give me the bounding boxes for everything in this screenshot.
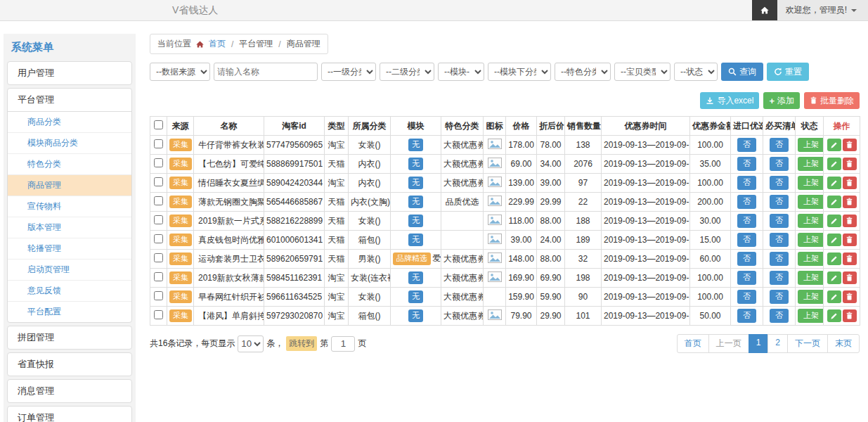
status-button[interactable]: 上架 (798, 309, 824, 322)
delete-button[interactable] (843, 271, 857, 284)
add-button[interactable]: + 添加 (763, 92, 800, 109)
select-all-checkbox[interactable] (154, 120, 163, 129)
filter-select[interactable]: --二级分类-- (380, 63, 434, 81)
row-checkbox[interactable] (154, 310, 163, 319)
filter-select[interactable]: --数据来源-- (150, 63, 210, 81)
row-checkbox[interactable] (154, 158, 163, 167)
home-button[interactable] (752, 0, 777, 20)
row-checkbox[interactable] (154, 139, 163, 148)
imported-toggle-button[interactable]: 否 (737, 271, 756, 284)
must-buy-toggle-button[interactable]: 否 (770, 157, 789, 170)
row-checkbox[interactable] (154, 196, 163, 205)
delete-button[interactable] (843, 139, 857, 151)
row-checkbox[interactable] (154, 272, 163, 281)
filter-select[interactable]: --模块-- (438, 63, 484, 81)
edit-button[interactable] (827, 215, 841, 227)
delete-button[interactable] (843, 215, 857, 227)
imported-toggle-button[interactable]: 否 (737, 290, 756, 303)
edit-button[interactable] (827, 252, 841, 265)
imported-toggle-button[interactable]: 否 (737, 138, 756, 151)
status-button[interactable]: 上架 (798, 195, 824, 208)
status-button[interactable]: 上架 (798, 138, 824, 151)
must-buy-toggle-button[interactable]: 否 (770, 252, 789, 265)
status-button[interactable]: 上架 (798, 271, 824, 284)
sidebar-item[interactable]: 平台管理 (8, 89, 131, 111)
edit-button[interactable] (827, 271, 841, 284)
sidebar-subitem[interactable]: 版本管理 (8, 217, 131, 238)
must-buy-toggle-button[interactable]: 否 (770, 176, 789, 189)
edit-button[interactable] (827, 234, 841, 246)
imported-toggle-button[interactable]: 否 (737, 195, 756, 208)
breadcrumb-item-platform[interactable]: 平台管理 (239, 38, 273, 50)
filter-select[interactable]: --特色分类-- (555, 63, 611, 81)
delete-button[interactable] (843, 177, 857, 189)
row-checkbox[interactable] (154, 253, 163, 262)
sidebar-item[interactable]: 订单管理 (8, 407, 131, 422)
sidebar-item[interactable]: 用户管理 (8, 62, 131, 84)
page-button[interactable]: 下一页 (787, 334, 828, 353)
user-menu[interactable]: 欢迎您，管理员! (777, 4, 868, 16)
sidebar-subitem[interactable]: 特色分类 (8, 154, 131, 175)
imported-toggle-button[interactable]: 否 (737, 309, 756, 322)
must-buy-toggle-button[interactable]: 否 (770, 290, 789, 303)
delete-button[interactable] (843, 290, 857, 303)
delete-button[interactable] (843, 196, 857, 208)
reset-button[interactable]: 重置 (767, 63, 809, 81)
must-buy-toggle-button[interactable]: 否 (770, 233, 789, 246)
delete-button[interactable] (843, 252, 857, 265)
edit-button[interactable] (827, 290, 841, 303)
page-size-select[interactable]: 10 (238, 335, 264, 352)
filter-select[interactable]: --模块下分类-- (488, 63, 551, 81)
status-button[interactable]: 上架 (798, 233, 824, 246)
delete-button[interactable] (843, 158, 857, 170)
page-jump-input[interactable] (331, 336, 355, 352)
must-buy-toggle-button[interactable]: 否 (770, 195, 789, 208)
status-button[interactable]: 上架 (798, 157, 824, 170)
row-checkbox[interactable] (154, 215, 163, 224)
must-buy-toggle-button[interactable]: 否 (770, 309, 789, 322)
sidebar-item[interactable]: 拼团管理 (8, 326, 131, 349)
edit-button[interactable] (827, 177, 841, 189)
page-button[interactable]: 首页 (677, 334, 709, 353)
status-button[interactable]: 上架 (798, 214, 824, 227)
filter-select[interactable]: --一级分类-- (321, 63, 376, 81)
status-button[interactable]: 上架 (798, 252, 824, 265)
sidebar-item[interactable]: 省直快报 (8, 353, 131, 376)
filter-select[interactable]: --宝贝类型-- (614, 63, 671, 81)
sidebar-subitem[interactable]: 宣传物料 (8, 196, 131, 217)
sidebar-subitem[interactable]: 启动页管理 (8, 260, 131, 281)
page-button[interactable]: 上一页 (708, 334, 749, 353)
batch-delete-button[interactable]: 批量删除 (804, 92, 860, 109)
delete-button[interactable] (843, 309, 857, 322)
status-button[interactable]: 上架 (798, 290, 824, 303)
sidebar-subitem[interactable]: 商品分类 (8, 112, 131, 133)
row-checkbox[interactable] (154, 234, 163, 243)
delete-button[interactable] (843, 234, 857, 246)
sidebar-subitem[interactable]: 模块商品分类 (8, 133, 131, 154)
page-button[interactable]: 1 (749, 334, 769, 353)
sidebar-subitem[interactable]: 意见反馈 (8, 281, 131, 302)
breadcrumb-home-link[interactable]: 首页 (209, 38, 226, 50)
import-excel-button[interactable]: 导入excel (700, 92, 759, 109)
name-filter-input[interactable] (214, 63, 318, 81)
edit-button[interactable] (827, 309, 841, 322)
row-checkbox[interactable] (154, 291, 163, 300)
status-button[interactable]: 上架 (798, 176, 824, 189)
must-buy-toggle-button[interactable]: 否 (770, 214, 789, 227)
sidebar-subitem[interactable]: 商品管理 (8, 175, 131, 196)
edit-button[interactable] (827, 139, 841, 151)
filter-select[interactable]: --状态-- (674, 63, 718, 81)
sidebar-subitem[interactable]: 平台配置 (8, 302, 131, 322)
must-buy-toggle-button[interactable]: 否 (770, 271, 789, 284)
page-button[interactable]: 末页 (827, 334, 860, 353)
imported-toggle-button[interactable]: 否 (737, 252, 756, 265)
sidebar-item[interactable]: 消息管理 (8, 380, 131, 402)
imported-toggle-button[interactable]: 否 (737, 233, 756, 246)
edit-button[interactable] (827, 196, 841, 208)
page-button[interactable]: 2 (767, 334, 788, 353)
row-checkbox[interactable] (154, 177, 163, 186)
must-buy-toggle-button[interactable]: 否 (770, 138, 789, 151)
search-button[interactable]: 查询 (721, 63, 763, 81)
sidebar-subitem[interactable]: 轮播管理 (8, 238, 131, 260)
breadcrumb-item-goods[interactable]: 商品管理 (287, 38, 320, 50)
